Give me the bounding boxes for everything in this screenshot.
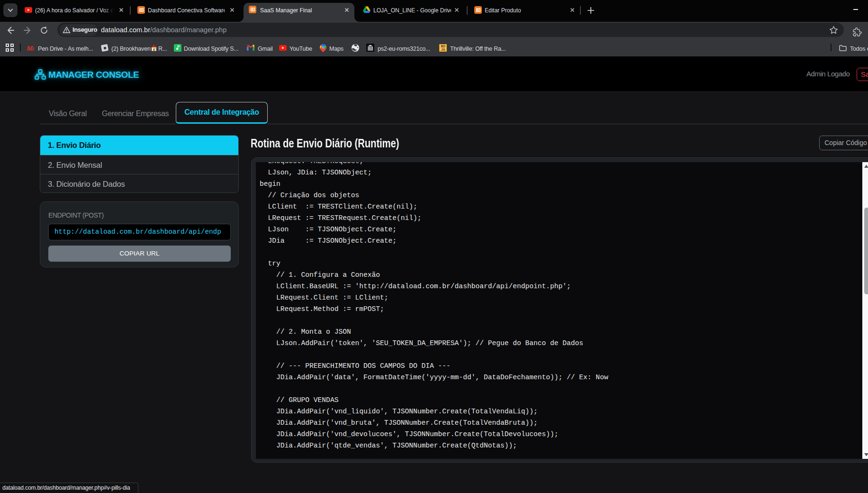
svg-text:83: 83 [139, 7, 144, 13]
svg-text:83: 83 [476, 7, 481, 13]
svg-text:JG: JG [441, 48, 445, 51]
svg-text:83: 83 [251, 7, 255, 12]
